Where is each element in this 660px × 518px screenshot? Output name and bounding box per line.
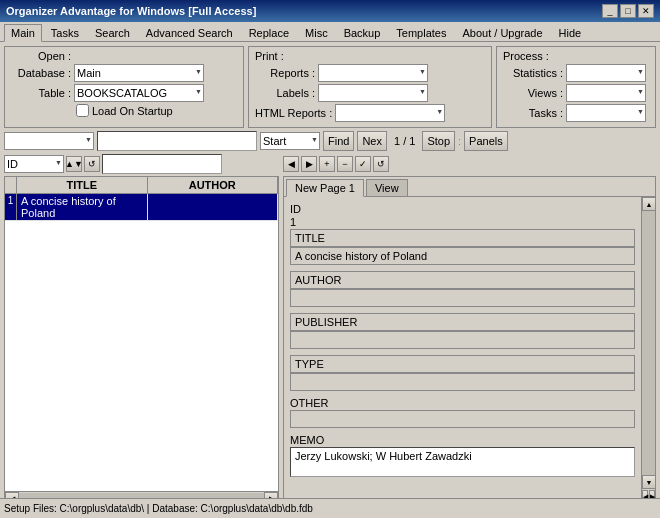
author-cell [148,194,279,220]
sort-asc-button[interactable]: ▲▼ [66,156,82,172]
menu-misc[interactable]: Misc [298,24,335,41]
views-row: Views : [503,84,649,102]
statistics-select-wrapper [566,64,646,82]
title-column-header: TITLE [17,177,148,193]
memo-field-name: MEMO [290,434,635,446]
publisher-field-block: PUBLISHER [290,313,635,349]
scrollbar-track[interactable] [642,211,655,475]
app-title: Organizer Advantage for Windows [Full Ac… [6,5,256,17]
content-area: TITLE AUTHOR 1 A concise history of Pola… [4,176,656,506]
menu-about[interactable]: About / Upgrade [455,24,549,41]
load-startup-checkbox[interactable] [76,104,89,117]
statistics-select[interactable] [566,64,646,82]
menu-templates[interactable]: Templates [389,24,453,41]
nav-search-input[interactable] [97,131,257,151]
menu-search[interactable]: Search [88,24,137,41]
load-startup-row: Load On Startup [76,104,237,117]
tab-new-page-1[interactable]: New Page 1 [286,179,364,197]
print-label: Print : [255,50,284,62]
menu-bar: Main Tasks Search Advanced Search Replac… [0,22,660,42]
nav-mode-select[interactable]: Start [260,132,320,150]
menu-hide[interactable]: Hide [552,24,589,41]
nex-button[interactable]: Nex [357,131,387,151]
database-label: Database : [11,67,71,79]
nav-delete-button[interactable]: − [337,156,353,172]
separator: : [458,135,461,147]
detail-tabs: New Page 1 View [284,177,655,197]
title-field-name: TITLE [295,232,325,244]
main-container: Open : Database : Main Table : BOOKSCATA… [0,42,660,518]
id-nav-area: ID ▲▼ ↺ ◀ ▶ + − ✓ ↺ [4,154,656,174]
tasks-row: Tasks : [503,104,649,122]
other-field-block: OTHER [290,397,635,428]
table-select[interactable]: BOOKSCATALOG [74,84,204,102]
record-nav-area: ◀ ▶ + − ✓ ↺ [283,154,656,174]
table-row[interactable]: 1 A concise history of Poland [5,194,278,221]
memo-field-value[interactable]: Jerzy Lukowski; W Hubert Zawadzki [290,447,635,477]
reports-row: Reports : [255,64,485,82]
views-select[interactable] [566,84,646,102]
title-bar: Organizer Advantage for Windows [Full Ac… [0,0,660,22]
id-selector-area: ID ▲▼ ↺ [4,154,279,174]
scrollbar-down-button[interactable]: ▼ [642,475,655,489]
status-text: Setup Files: C:\orgplus\data\db\ | Datab… [4,503,313,514]
open-row: Open : [11,50,237,62]
refresh-button[interactable]: ↺ [84,156,100,172]
nav-next-button[interactable]: ▶ [301,156,317,172]
table-body: 1 A concise history of Poland [5,194,278,491]
find-button[interactable]: Find [323,131,354,151]
nav-select[interactable] [4,132,94,150]
detail-inner: ID 1 TITLE A concise history of Poland [284,197,641,505]
html-reports-select[interactable] [335,104,445,122]
id-search-input[interactable] [102,154,222,174]
statistics-row: Statistics : [503,64,649,82]
scrollbar-up-button[interactable]: ▲ [642,197,655,211]
labels-select[interactable] [318,84,428,102]
nav-prev-button[interactable]: ◀ [283,156,299,172]
print-section: Print : Reports : Labels : [248,46,492,128]
menu-tasks[interactable]: Tasks [44,24,86,41]
table-header: TITLE AUTHOR [5,177,278,194]
id-field-select[interactable]: ID [4,155,64,173]
author-field-block: AUTHOR [290,271,635,307]
other-field-name: OTHER [290,397,635,409]
html-reports-label: HTML Reports : [255,107,332,119]
tasks-label: Tasks : [503,107,563,119]
nav-confirm-button[interactable]: ✓ [355,156,371,172]
database-select-wrapper: Main [74,64,204,82]
publisher-field-value-area [290,331,635,349]
labels-label: Labels : [255,87,315,99]
menu-main[interactable]: Main [4,24,42,42]
close-button[interactable]: ✕ [638,4,654,18]
panels-button[interactable]: Panels [464,131,508,151]
type-field-box: TYPE [290,355,635,373]
statistics-label: Statistics : [503,67,563,79]
detail-panel: New Page 1 View ID 1 TITLE [283,176,656,506]
tasks-select-wrapper [566,104,646,122]
maximize-button[interactable]: □ [620,4,636,18]
database-select[interactable]: Main [74,64,204,82]
nav-add-button[interactable]: + [319,156,335,172]
process-label: Process : [503,50,549,62]
tab-view[interactable]: View [366,179,408,196]
table-row-field: Table : BOOKSCATALOG [11,84,237,102]
table-panel: TITLE AUTHOR 1 A concise history of Pola… [4,176,279,506]
menu-replace[interactable]: Replace [242,24,296,41]
process-section: Process : Statistics : Views : [496,46,656,128]
menu-advanced-search[interactable]: Advanced Search [139,24,240,41]
detail-id-value: 1 [290,216,635,228]
type-field-value-area [290,373,635,391]
nav-undo-button[interactable]: ↺ [373,156,389,172]
page-info: 1 / 1 [394,135,415,147]
menu-backup[interactable]: Backup [337,24,388,41]
minimize-button[interactable]: _ [602,4,618,18]
reports-select[interactable] [318,64,428,82]
author-field-box: AUTHOR [290,271,635,289]
type-field-block: TYPE [290,355,635,391]
other-field-value-area [290,410,635,428]
publisher-field-box: PUBLISHER [290,313,635,331]
stop-button[interactable]: Stop [422,131,455,151]
tasks-select[interactable] [566,104,646,122]
id-field-wrapper: ID [4,155,64,173]
views-label: Views : [503,87,563,99]
